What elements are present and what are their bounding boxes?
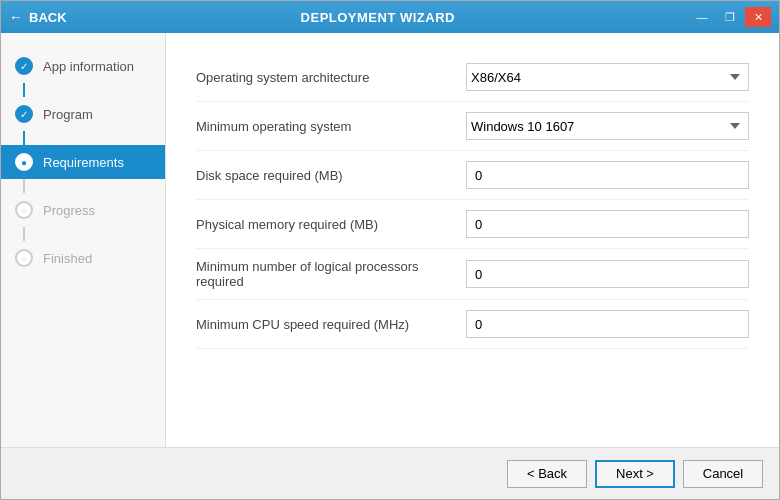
label-os-architecture: Operating system architecture [196, 70, 466, 85]
label-cpu-speed: Minimum CPU speed required (MHz) [196, 317, 466, 332]
label-min-os: Minimum operating system [196, 119, 466, 134]
sidebar-label-app-information: App information [43, 59, 134, 74]
restore-button[interactable]: ❐ [717, 7, 743, 27]
label-logical-processors: Minimum number of logical processors req… [196, 259, 466, 289]
step-icon-finished: ○ [15, 249, 33, 267]
sidebar: ✓ App information ✓ Program ● Requiremen… [1, 33, 166, 447]
title-controls: — ❐ ✕ [689, 7, 771, 27]
back-footer-button[interactable]: < Back [507, 460, 587, 488]
form-row-cpu-speed: Minimum CPU speed required (MHz) [196, 300, 749, 349]
back-arrow-icon: ← [9, 9, 23, 25]
select-os-architecture[interactable]: X86/X64 X86 X64 [466, 63, 749, 91]
form-row-os-architecture: Operating system architecture X86/X64 X8… [196, 53, 749, 102]
step-icon-app-information: ✓ [15, 57, 33, 75]
back-button[interactable]: ← BACK [9, 9, 67, 25]
window-title: DEPLOYMENT WIZARD [67, 10, 689, 25]
form-row-logical-processors: Minimum number of logical processors req… [196, 249, 749, 300]
label-disk-space: Disk space required (MB) [196, 168, 466, 183]
connector-1 [23, 83, 25, 97]
footer: < Back Next > Cancel [1, 447, 779, 499]
form-row-min-os: Minimum operating system Windows 10 1607… [196, 102, 749, 151]
minimize-button[interactable]: — [689, 7, 715, 27]
step-icon-program: ✓ [15, 105, 33, 123]
cancel-button[interactable]: Cancel [683, 460, 763, 488]
input-physical-memory[interactable] [466, 210, 749, 238]
connector-4 [23, 227, 25, 241]
form-row-physical-memory: Physical memory required (MB) [196, 200, 749, 249]
step-icon-progress: ○ [15, 201, 33, 219]
sidebar-label-program: Program [43, 107, 93, 122]
connector-3 [23, 179, 25, 193]
input-disk-space[interactable] [466, 161, 749, 189]
sidebar-item-app-information[interactable]: ✓ App information [1, 49, 165, 83]
input-logical-processors[interactable] [466, 260, 749, 288]
form-row-disk-space: Disk space required (MB) [196, 151, 749, 200]
next-button[interactable]: Next > [595, 460, 675, 488]
select-min-os[interactable]: Windows 10 1607 Windows 7 Windows 8 Wind… [466, 112, 749, 140]
title-bar: ← BACK DEPLOYMENT WIZARD — ❐ ✕ [1, 1, 779, 33]
sidebar-item-finished: ○ Finished [1, 241, 165, 275]
sidebar-item-program[interactable]: ✓ Program [1, 97, 165, 131]
back-label: BACK [29, 10, 67, 25]
close-button[interactable]: ✕ [745, 7, 771, 27]
input-cpu-speed[interactable] [466, 310, 749, 338]
label-physical-memory: Physical memory required (MB) [196, 217, 466, 232]
sidebar-label-requirements: Requirements [43, 155, 124, 170]
window: ← BACK DEPLOYMENT WIZARD — ❐ ✕ ✓ App inf… [0, 0, 780, 500]
main-content: Operating system architecture X86/X64 X8… [166, 33, 779, 447]
connector-2 [23, 131, 25, 145]
content-area: ✓ App information ✓ Program ● Requiremen… [1, 33, 779, 447]
sidebar-item-requirements[interactable]: ● Requirements [1, 145, 165, 179]
sidebar-item-progress: ○ Progress [1, 193, 165, 227]
sidebar-label-progress: Progress [43, 203, 95, 218]
sidebar-label-finished: Finished [43, 251, 92, 266]
step-icon-requirements: ● [15, 153, 33, 171]
